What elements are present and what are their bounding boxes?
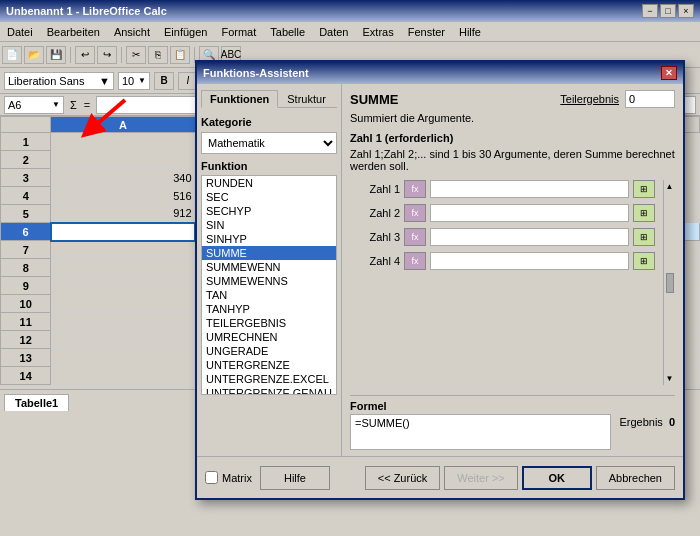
back-button[interactable]: << Zurück [365,466,441,490]
func-item-untergrenze[interactable]: UNTERGRENZE [202,358,336,372]
minimize-button[interactable]: − [642,4,658,18]
row-header-5[interactable]: 5 [1,205,51,223]
new-button[interactable]: 📄 [2,46,22,64]
arg-ref-btn-1[interactable]: ⊞ [633,180,655,198]
func-item-tan[interactable]: TAN [202,288,336,302]
arg-input-1[interactable] [430,180,629,198]
menu-bearbeiten[interactable]: Bearbeiten [44,25,103,39]
row-header-4[interactable]: 4 [1,187,51,205]
func-item-umrechnen[interactable]: UMRECHNEN [202,330,336,344]
cell-A5[interactable]: 912 [51,205,195,223]
func-item-ungerade[interactable]: UNGERADE [202,344,336,358]
row-header-2[interactable]: 2 [1,151,51,169]
cell-A8[interactable] [51,259,195,277]
arg-ref-btn-4[interactable]: ⊞ [633,252,655,270]
row-header-8[interactable]: 8 [1,259,51,277]
menu-tabelle[interactable]: Tabelle [267,25,308,39]
cell-A13[interactable] [51,349,195,367]
cell-A3[interactable]: 340 [51,169,195,187]
undo-button[interactable]: ↩ [75,46,95,64]
row-header-11[interactable]: 11 [1,313,51,331]
font-selector[interactable]: Liberation Sans ▼ [4,72,114,90]
cell-A1[interactable] [51,133,195,151]
menu-fenster[interactable]: Fenster [405,25,448,39]
copy-button[interactable]: ⎘ [148,46,168,64]
font-size-selector[interactable]: 10 ▼ [118,72,150,90]
arg-ref-btn-2[interactable]: ⊞ [633,204,655,222]
func-item-untergrenze.genau[interactable]: UNTERGRENZE.GENAU [202,386,336,395]
tab-funktionen[interactable]: Funktionen [201,90,278,108]
bold-button[interactable]: B [154,72,174,90]
cell-A10[interactable] [51,295,195,313]
cell-A7[interactable] [51,241,195,259]
func-item-untergrenze.excel[interactable]: UNTERGRENZE.EXCEL [202,372,336,386]
func-item-sin[interactable]: SIN [202,218,336,232]
row-header-10[interactable]: 10 [1,295,51,313]
menu-datei[interactable]: Datei [4,25,36,39]
hilfe-button[interactable]: Hilfe [260,466,330,490]
row-header-13[interactable]: 13 [1,349,51,367]
func-item-sinhyp[interactable]: SINHYP [202,232,336,246]
func-item-summewenns[interactable]: SUMMEWENNS [202,274,336,288]
tab-struktur[interactable]: Struktur [278,90,335,108]
save-button[interactable]: 💾 [46,46,66,64]
scroll-up-arrow[interactable]: ▲ [666,182,674,191]
func-item-runden[interactable]: RUNDEN [202,176,336,190]
menu-hilfe[interactable]: Hilfe [456,25,484,39]
func-item-summe[interactable]: SUMME [202,246,336,260]
sheet-tab-tabelle1[interactable]: Tabelle1 [4,394,69,411]
arg-ref-btn-3[interactable]: ⊞ [633,228,655,246]
arg-input-4[interactable] [430,252,629,270]
redo-button[interactable]: ↪ [97,46,117,64]
paste-button[interactable]: 📋 [170,46,190,64]
close-button[interactable]: × [678,4,694,18]
cell-A2[interactable] [51,151,195,169]
cut-button[interactable]: ✂ [126,46,146,64]
arg-func-btn-3[interactable]: fx [404,228,426,246]
formula-sigma-icon[interactable]: Σ [68,99,79,111]
row-header-1[interactable]: 1 [1,133,51,151]
teilergebnis-input[interactable] [625,90,675,108]
menu-einfuegen[interactable]: Einfügen [161,25,210,39]
row-header-12[interactable]: 12 [1,331,51,349]
cell-A4[interactable]: 516 [51,187,195,205]
func-item-tanhyp[interactable]: TANHYP [202,302,336,316]
row-header-9[interactable]: 9 [1,277,51,295]
arg-input-2[interactable] [430,204,629,222]
open-button[interactable]: 📂 [24,46,44,64]
row-header-14[interactable]: 14 [1,367,51,385]
arg-func-btn-1[interactable]: fx [404,180,426,198]
cell-A6[interactable] [51,223,195,241]
cell-A12[interactable] [51,331,195,349]
func-item-summewenn[interactable]: SUMMEWENN [202,260,336,274]
cell-A14[interactable] [51,367,195,385]
func-item-teilergebnis[interactable]: TEILERGEBNIS [202,316,336,330]
arg-func-btn-2[interactable]: fx [404,204,426,222]
menu-extras[interactable]: Extras [359,25,396,39]
function-list[interactable]: RUNDENSECSECHYPSINSINHYPSUMMESUMMEWENNSU… [201,175,337,395]
cell-A9[interactable] [51,277,195,295]
scroll-down-arrow[interactable]: ▼ [666,374,674,383]
cell-A11[interactable] [51,313,195,331]
menu-format[interactable]: Format [218,25,259,39]
ok-button[interactable]: OK [522,466,592,490]
row-header-3[interactable]: 3 [1,169,51,187]
cell-reference-box[interactable]: A6 ▼ [4,96,64,114]
func-item-sec[interactable]: SEC [202,190,336,204]
arg-func-btn-4[interactable]: fx [404,252,426,270]
menu-ansicht[interactable]: Ansicht [111,25,153,39]
dialog-close-button[interactable]: ✕ [661,66,677,80]
cancel-button[interactable]: Abbrechen [596,466,675,490]
func-item-sechyp[interactable]: SECHYP [202,204,336,218]
row-header-7[interactable]: 7 [1,241,51,259]
menu-daten[interactable]: Daten [316,25,351,39]
arg-input-3[interactable] [430,228,629,246]
next-button[interactable]: Weiter >> [444,466,518,490]
category-select[interactable]: Mathematik [201,132,337,154]
maximize-button[interactable]: □ [660,4,676,18]
matrix-checkbox[interactable] [205,471,218,484]
args-scrollbar[interactable]: ▲ ▼ [663,180,675,385]
formula-equals-icon[interactable]: = [82,99,92,111]
col-header-a[interactable]: A [51,117,195,133]
row-header-6[interactable]: 6 [1,223,51,241]
